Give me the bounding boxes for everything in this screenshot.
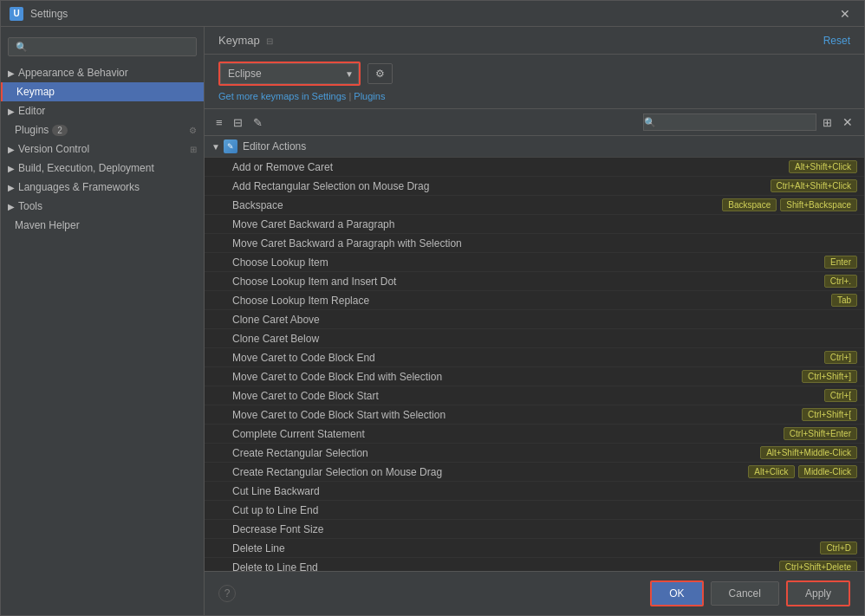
group-expand-arrow-icon: ▼: [211, 142, 220, 152]
search-icon: 🔍: [644, 117, 656, 128]
table-row[interactable]: Clone Caret Below: [205, 329, 864, 348]
shortcut-badge: Ctrl+[: [824, 389, 857, 402]
sidebar-item-build[interactable]: ▶ Build, Execution, Deployment: [1, 159, 204, 178]
action-name: Create Rectangular Selection: [232, 447, 760, 459]
sidebar-item-label: Build, Execution, Deployment: [18, 162, 154, 174]
table-row[interactable]: Move Caret to Code Block End with Select…: [205, 367, 864, 386]
shortcuts: Ctrl+D: [820, 541, 857, 554]
actions-search-input[interactable]: [660, 114, 816, 130]
collapse-all-button[interactable]: ⊟: [229, 113, 247, 132]
title-bar: U Settings ✕: [1, 1, 864, 27]
table-row[interactable]: Move Caret to Code Block End Ctrl+]: [205, 348, 864, 367]
action-name: Choose Lookup Item Replace: [232, 295, 831, 307]
action-name: Move Caret to Code Block Start with Sele…: [232, 409, 802, 421]
sidebar-item-plugins[interactable]: Plugins 2 ⚙: [1, 120, 204, 139]
table-row[interactable]: Choose Lookup Item Replace Tab: [205, 291, 864, 310]
shortcuts: Ctrl+Alt+Shift+Click: [771, 179, 857, 192]
edit-shortcut-button[interactable]: ✎: [249, 113, 267, 132]
table-row[interactable]: Move Caret Backward a Paragraph: [205, 215, 864, 234]
expand-arrow-icon: ▶: [8, 145, 15, 154]
footer: ? OK Cancel Apply: [205, 571, 864, 615]
editor-actions-group[interactable]: ▼ ✎ Editor Actions: [205, 136, 864, 158]
actions-container[interactable]: ▼ ✎ Editor Actions Add or Remove Caret A…: [205, 136, 864, 571]
shortcuts: Ctrl+[: [824, 389, 857, 402]
action-name: Decrease Font Size: [232, 523, 857, 535]
expand-arrow-icon: ▶: [8, 164, 15, 173]
sidebar-item-tools[interactable]: ▶ Tools: [1, 197, 204, 216]
shortcuts: Enter: [824, 256, 857, 269]
sidebar-item-keymap[interactable]: Keymap: [1, 82, 204, 101]
table-row[interactable]: Create Rectangular Selection on Mouse Dr…: [205, 463, 864, 482]
close-button[interactable]: ✕: [835, 5, 855, 23]
shortcuts: Ctrl+Shift+]: [802, 370, 857, 383]
table-row[interactable]: Move Caret Backward a Paragraph with Sel…: [205, 234, 864, 253]
plugins-badge: 2: [52, 125, 68, 136]
sidebar-item-label: Appearance & Behavior: [18, 67, 128, 79]
search-wrapper: 🔍: [643, 113, 816, 131]
table-row[interactable]: Add Rectangular Selection on Mouse Drag …: [205, 177, 864, 196]
action-name: Add or Remove Caret: [232, 161, 789, 173]
shortcut-badge: Tab: [831, 294, 857, 307]
table-row[interactable]: Add or Remove Caret Alt+Shift+Click: [205, 158, 864, 177]
action-name: Complete Current Statement: [232, 428, 784, 440]
shortcut-badge: Ctrl+Shift+]: [802, 370, 857, 383]
table-row[interactable]: Clone Caret Above: [205, 310, 864, 329]
action-name: Move Caret to Code Block End with Select…: [232, 371, 802, 383]
sidebar-item-appearance[interactable]: ▶ Appearance & Behavior: [1, 63, 204, 82]
table-row[interactable]: Choose Lookup Item and Insert Dot Ctrl+.: [205, 272, 864, 291]
plugins-link[interactable]: Plugins: [354, 91, 385, 101]
ok-button[interactable]: OK: [650, 580, 703, 606]
apply-button[interactable]: Apply: [786, 580, 850, 606]
window-title: Settings: [30, 8, 835, 20]
table-row[interactable]: Decrease Font Size: [205, 520, 864, 539]
table-row[interactable]: Cut up to Line End: [205, 501, 864, 520]
expand-all-button[interactable]: ≡: [211, 113, 227, 132]
expand-search-button[interactable]: ⊞: [818, 113, 836, 132]
sidebar-item-label: Languages & Frameworks: [18, 181, 140, 193]
table-row[interactable]: Complete Current Statement Ctrl+Shift+En…: [205, 425, 864, 444]
shortcut-badge: Alt+Shift+Middle-Click: [760, 446, 857, 459]
table-row[interactable]: Backspace Backspace Shift+Backspace: [205, 196, 864, 215]
close-search-button[interactable]: ✕: [838, 113, 857, 132]
actions-toolbar: ≡ ⊟ ✎ 🔍 ⊞ ✕: [205, 109, 864, 136]
reset-link[interactable]: Reset: [823, 35, 850, 47]
sidebar-item-version-control[interactable]: ▶ Version Control ⊞: [1, 139, 204, 159]
action-name: Move Caret to Code Block End: [232, 352, 824, 364]
shortcuts: Ctrl+Shift+Enter: [784, 427, 857, 440]
table-row[interactable]: Delete Line Ctrl+D: [205, 539, 864, 558]
shortcuts: Ctrl+.: [824, 275, 857, 288]
shortcut-badge: Alt+Click: [748, 465, 794, 478]
expand-arrow-icon: ▶: [8, 183, 15, 192]
shortcuts: Alt+Shift+Middle-Click: [760, 446, 857, 459]
sidebar-item-languages[interactable]: ▶ Languages & Frameworks: [1, 178, 204, 197]
expand-arrow-icon: ▶: [8, 202, 15, 211]
table-row[interactable]: Move Caret to Code Block Start with Sele…: [205, 405, 864, 425]
keymap-dropdown-wrapper: Eclipse Default Mac OS X Emacs ▼: [218, 62, 361, 86]
shortcuts: Ctrl+]: [824, 351, 857, 364]
help-button[interactable]: ?: [218, 585, 236, 602]
sidebar-item-label: Tools: [18, 200, 42, 212]
table-row[interactable]: Delete to Line End Ctrl+Shift+Delete: [205, 558, 864, 571]
sidebar-item-maven-helper[interactable]: Maven Helper: [1, 216, 204, 235]
keymap-dropdown[interactable]: Eclipse Default Mac OS X Emacs: [220, 63, 359, 84]
table-row[interactable]: Move Caret to Code Block Start Ctrl+[: [205, 386, 864, 405]
keymap-settings-button[interactable]: ⚙: [367, 63, 393, 84]
right-panel: Keymap ⊟ Reset Eclipse Default Mac OS X …: [205, 27, 864, 615]
keymap-links: Get more keymaps in Settings | Plugins: [218, 91, 850, 101]
table-row[interactable]: Choose Lookup Item Enter: [205, 253, 864, 272]
cancel-button[interactable]: Cancel: [711, 581, 779, 606]
shortcut-badge: Ctrl+Alt+Shift+Click: [771, 179, 857, 192]
shortcut-badge: Backspace: [722, 198, 777, 211]
table-row[interactable]: Create Rectangular Selection Alt+Shift+M…: [205, 444, 864, 463]
action-name: Move Caret to Code Block Start: [232, 390, 824, 402]
action-name: Choose Lookup Item: [232, 256, 824, 269]
shortcut-badge: Ctrl+Shift+[: [802, 408, 857, 421]
table-row[interactable]: Cut Line Backward: [205, 482, 864, 501]
sidebar-item-editor[interactable]: ▶ Editor: [1, 101, 204, 120]
sidebar-search[interactable]: [8, 37, 197, 56]
group-label: Editor Actions: [243, 140, 306, 152]
get-more-keymaps-link[interactable]: Get more keymaps in Settings: [218, 91, 346, 101]
main-content: ▶ Appearance & Behavior Keymap ▶ Editor …: [1, 27, 864, 615]
sidebar-item-label: Plugins: [15, 124, 49, 136]
action-name: Clone Caret Above: [232, 314, 857, 326]
